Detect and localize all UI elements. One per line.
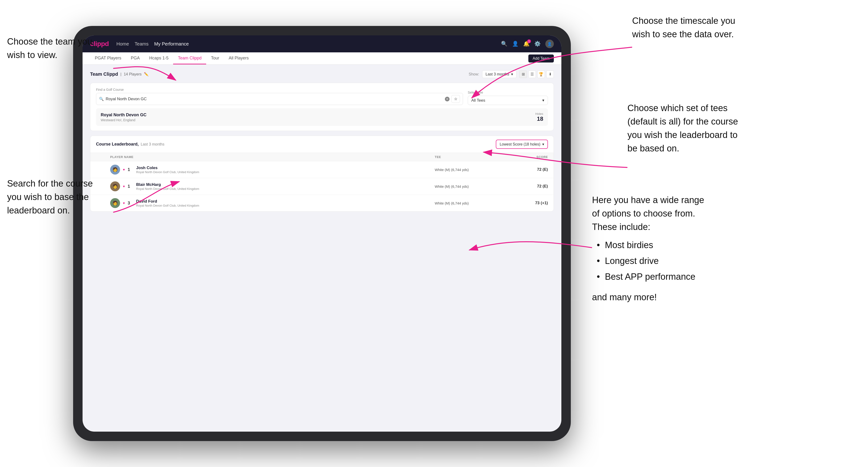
subnav-team-clippd[interactable]: Team Clippd (173, 52, 206, 64)
course-location: Westward Ho!, England (101, 118, 147, 122)
rank-number: 1 (128, 167, 133, 172)
tee-value-cell: White (M) (6,744 yds) (435, 168, 501, 172)
clear-search-button[interactable]: ✕ (445, 97, 450, 101)
user-avatar[interactable]: 👤 (545, 40, 554, 48)
nav-links: Home Teams My Performance (116, 41, 493, 47)
show-controls: Show: Last 3 months ▾ ⊞ ☰ 🏆 ⬇ (469, 70, 554, 78)
trophy-view-button[interactable]: 🏆 (537, 70, 545, 78)
leaderboard-title: Course Leaderboard, (96, 142, 139, 147)
rank-number: 3 (128, 201, 133, 206)
annotation-choose-team: Choose the team youwish to view. (7, 35, 92, 62)
leaderboard-section: Course Leaderboard, Last 3 months Lowest… (90, 135, 554, 212)
holes-label: Holes (535, 112, 543, 116)
tee-dropdown[interactable]: All Tees ▾ (468, 96, 548, 105)
subnav-tour[interactable]: Tour (206, 52, 224, 64)
player-info: Blair McHarg Royal North Devon Golf Club… (136, 182, 199, 191)
player-name: Josh Coles (136, 165, 199, 170)
player-info: Josh Coles Royal North Devon Golf Club, … (136, 165, 199, 174)
dropdown-chevron-icon: ▾ (511, 72, 513, 76)
subnav-all-players[interactable]: All Players (224, 52, 253, 64)
nav-home[interactable]: Home (116, 41, 129, 47)
show-value: Last 3 months (486, 72, 509, 76)
annotation-options: Here you have a wide rangeof options to … (592, 193, 704, 304)
player-name: Blair McHarg (136, 182, 199, 187)
search-input-wrap: 🔍 ✕ ☆ (96, 93, 463, 105)
top-nav: clippd Home Teams My Performance 🔍 👤 🔔 1… (83, 35, 561, 52)
notification-badge: 1 (527, 39, 531, 43)
search-nav-button[interactable]: 🔍 (501, 41, 507, 47)
course-info: Royal North Devon GC Westward Ho!, Engla… (101, 113, 147, 122)
score-type-dropdown[interactable]: Lowest Score (18 holes) ▾ (496, 139, 548, 149)
team-name: Team Clippd (90, 71, 118, 77)
app-logo: clippd (90, 40, 109, 48)
player-info: David Ford Royal North Devon Golf Club, … (136, 199, 199, 207)
view-icons: ⊞ ☰ 🏆 ⬇ (519, 70, 554, 78)
settings-button[interactable]: ⚙️ (534, 41, 540, 47)
tee-value-cell: White (M) (6,744 yds) (435, 184, 501, 188)
player-club: Royal North Devon Golf Club, United King… (136, 187, 199, 191)
players-count-label: 14 Players (124, 72, 142, 76)
users-nav-button[interactable]: 👤 (512, 41, 519, 47)
notifications-button[interactable]: 🔔 1 (523, 41, 530, 47)
team-header: Team Clippd | 14 Players ✏️ Show: Last 3… (90, 70, 554, 78)
favorite-button[interactable]: ☆ (452, 95, 460, 103)
tablet-frame: clippd Home Teams My Performance 🔍 👤 🔔 1… (73, 26, 571, 441)
leaderboard-title-wrap: Course Leaderboard, Last 3 months (96, 142, 164, 147)
nav-icons: 🔍 👤 🔔 1 ⚙️ 👤 (501, 40, 554, 48)
score-value-cell: 72 (E) (501, 167, 548, 172)
player-avatar: 🧑 (110, 198, 120, 208)
sub-nav: PGAT Players PGA Hcaps 1-5 Team Clippd T… (83, 52, 561, 65)
col-header-empty (96, 155, 110, 159)
tee-select-group: Select Tee All Tees ▾ (468, 91, 548, 105)
player-club: Royal North Devon Golf Club, United King… (136, 204, 199, 207)
grid-view-button[interactable]: ⊞ (519, 70, 527, 78)
heart-icon[interactable]: ♥ (123, 184, 125, 188)
player-cell: 🧑 ♥ 1 Blair McHarg Royal North Devon Gol… (110, 181, 435, 191)
annotation-tees: Choose which set of tees(default is all)… (627, 101, 738, 155)
score-type-value: Lowest Score (18 holes) (500, 142, 540, 147)
search-section: Find a Golf Course 🔍 ✕ ☆ Select Tee All … (90, 83, 554, 131)
tee-dropdown-chevron-icon: ▾ (542, 98, 545, 103)
player-avatar: 🧑 (110, 181, 120, 191)
course-result[interactable]: Royal North Devon GC Westward Ho!, Engla… (96, 108, 548, 126)
tablet-screen: clippd Home Teams My Performance 🔍 👤 🔔 1… (83, 35, 561, 432)
player-club: Royal North Devon Golf Club, United King… (136, 170, 199, 174)
find-course-group: Find a Golf Course 🔍 ✕ ☆ (96, 88, 463, 105)
search-row: Find a Golf Course 🔍 ✕ ☆ Select Tee All … (96, 88, 548, 105)
subnav-hcaps[interactable]: Hcaps 1-5 (144, 52, 173, 64)
subnav-pgat[interactable]: PGAT Players (90, 52, 126, 64)
player-avatar: 🧑 (110, 165, 120, 175)
table-row[interactable]: 🧑 ♥ 1 Blair McHarg Royal North Devon Gol… (90, 178, 554, 195)
find-course-label: Find a Golf Course (96, 88, 463, 92)
course-search-input[interactable] (106, 97, 443, 101)
score-value-cell: 73 (+1) (501, 201, 548, 206)
annotation-timescale: Choose the timescale youwish to see the … (632, 14, 735, 41)
score-dropdown-chevron-icon: ▾ (542, 142, 544, 147)
players-count: | (121, 72, 121, 76)
show-dropdown[interactable]: Last 3 months ▾ (482, 70, 517, 78)
tee-value-cell: White (M) (6,744 yds) (435, 201, 501, 205)
course-name: Royal North Devon GC (101, 113, 147, 118)
col-header-player: PLAYER NAME (110, 155, 435, 159)
holes-number: 18 (535, 116, 543, 122)
table-row[interactable]: 🧑 ♥ 1 Josh Coles Royal North Devon Golf … (90, 161, 554, 178)
table-row[interactable]: 🧑 ♥ 3 David Ford Royal North Devon Golf … (90, 195, 554, 211)
subnav-pga[interactable]: PGA (126, 52, 144, 64)
search-icon: 🔍 (99, 97, 104, 101)
nav-my-performance[interactable]: My Performance (154, 41, 189, 47)
score-value-cell: 72 (E) (501, 184, 548, 189)
leaderboard-subtitle: Last 3 months (141, 142, 165, 146)
col-header-tee: TEE (435, 155, 501, 159)
leaderboard-header: Course Leaderboard, Last 3 months Lowest… (90, 136, 554, 153)
list-view-button[interactable]: ☰ (528, 70, 536, 78)
add-team-button[interactable]: Add Team (528, 55, 554, 63)
player-cell: 🧑 ♥ 3 David Ford Royal North Devon Golf … (110, 198, 435, 208)
heart-icon[interactable]: ♥ (123, 168, 125, 172)
nav-teams[interactable]: Teams (135, 41, 149, 47)
team-title: Team Clippd | 14 Players ✏️ (90, 71, 149, 77)
col-header-score: SCORE (501, 155, 548, 159)
tee-select-label: Select Tee (468, 91, 548, 94)
edit-team-icon[interactable]: ✏️ (144, 72, 149, 76)
heart-icon[interactable]: ♥ (123, 201, 125, 205)
download-button[interactable]: ⬇ (546, 70, 554, 78)
